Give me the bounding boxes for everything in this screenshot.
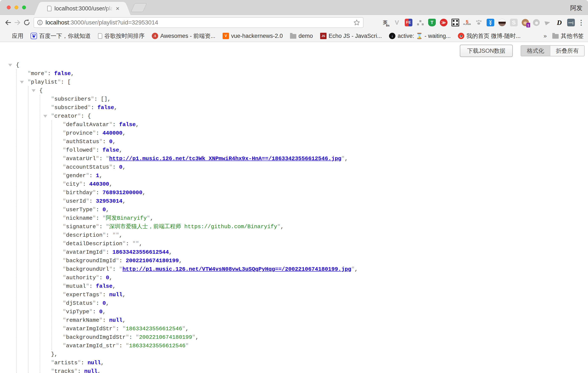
browser-tab[interactable]: localhost:3000/user/playlist?u ×: [42, 2, 123, 15]
bookmark-label: Echo JS - JavaScri...: [329, 33, 382, 39]
forward-button[interactable]: [13, 18, 22, 27]
paw-extension-icon[interactable]: [475, 19, 483, 26]
window-close-button[interactable]: [7, 6, 11, 9]
url-text: localhost:3000/user/playlist?uid=3295301…: [45, 19, 353, 26]
collapse-all-button[interactable]: 折叠所有: [550, 46, 584, 56]
json-token: subscribed: [54, 104, 88, 111]
bird-extension-icon[interactable]: [544, 19, 551, 26]
window-zoom-button[interactable]: [22, 6, 26, 9]
json-token: 0: [106, 275, 109, 281]
reload-button[interactable]: [22, 18, 32, 27]
blue-v-extension-icon[interactable]: ∨∨: [487, 19, 494, 26]
format-button[interactable]: 格式化: [521, 46, 550, 56]
collapse-toggle-icon[interactable]: [8, 64, 12, 66]
json-token: :: [89, 283, 96, 289]
json-token: {: [16, 62, 19, 68]
json-token: :: [129, 334, 136, 341]
bi-a-icon: A: [152, 33, 158, 39]
json-token: :: [119, 343, 126, 349]
json-token: ": [63, 275, 66, 281]
bookmark-item[interactable]: Vvue-hackernews-2.0: [222, 33, 283, 39]
json-token: authStatus: [66, 139, 99, 145]
bookmark-star-icon[interactable]: [353, 19, 360, 26]
json-token: null: [88, 360, 101, 366]
tampermonkey-icon[interactable]: T: [428, 19, 436, 26]
weibo-gray-extension-icon[interactable]: [533, 19, 540, 26]
html5-player-icon[interactable]: 5PLAYER: [463, 19, 471, 26]
json-token: :: [89, 198, 96, 204]
window-minimize-button[interactable]: [14, 6, 18, 9]
back-button[interactable]: [3, 18, 13, 27]
json-token: backgroundUrl: [66, 266, 109, 272]
json-token: ,: [71, 70, 74, 77]
json-token: false: [54, 70, 71, 77]
more-tools-extension-icon[interactable]: •••|: [567, 19, 575, 26]
json-token: ": [28, 70, 31, 77]
monkey-extension-icon[interactable]: 1: [522, 19, 529, 26]
page-info-icon[interactable]: [37, 20, 43, 25]
json-link[interactable]: http://p1.music.126.net/tc3Wk_XNPmwiR4hx…: [109, 155, 341, 162]
extension-badge: 1: [526, 23, 530, 27]
s-extension-icon[interactable]: S: [510, 19, 518, 26]
json-token: more: [31, 70, 44, 77]
json-token: ": [126, 343, 129, 349]
json-token: ": [63, 317, 66, 323]
bookmark-item[interactable]: 谷歌按时间排序: [98, 32, 145, 40]
json-token: ,: [101, 360, 104, 366]
json-token: ": [93, 147, 96, 153]
json-token: userType: [66, 206, 93, 213]
tab-close-icon[interactable]: ×: [116, 5, 119, 12]
translate-extension-icon[interactable]: 英en: [381, 19, 389, 26]
address-bar[interactable]: localhost:3000/user/playlist?uid=3295301…: [34, 17, 364, 28]
proxy-mask-extension-icon[interactable]: [498, 19, 506, 26]
json-row: "authStatus": 0,: [0, 137, 588, 146]
json-token: ": [91, 96, 94, 102]
bi-v-icon: V: [222, 33, 229, 39]
json-row: "backgroundUrl": "http://p1.music.126.ne…: [0, 265, 588, 274]
json-row: "remarkName": null,: [0, 316, 588, 325]
json-token: ,: [355, 266, 358, 272]
json-row: "playlist": [: [0, 78, 588, 86]
bookmark-item[interactable]: AAwesomes - 前端资...: [152, 32, 215, 40]
json-token: false: [103, 147, 119, 153]
bookmark-item[interactable]: 百度一下，你就知道: [31, 32, 91, 40]
json-token: :: [61, 79, 67, 85]
bookmark-item[interactable]: 我的首页 微博-随时...: [458, 32, 521, 40]
video-speed-icon[interactable]: ≫: [440, 19, 448, 26]
json-token: 阿发Binaryify: [106, 215, 147, 221]
collapse-toggle-icon[interactable]: [20, 81, 24, 84]
collapse-toggle-icon[interactable]: [43, 115, 47, 117]
json-token: backgroundImgIdStr: [66, 334, 126, 341]
json-token: ": [122, 326, 126, 332]
json-token: :: [96, 130, 103, 136]
vue-devtools-icon[interactable]: V: [393, 19, 401, 26]
bookmark-item[interactable]: demo: [290, 33, 313, 39]
download-json-button[interactable]: 下载JSON数据: [460, 45, 513, 57]
fe-extension-icon[interactable]: FE: [405, 19, 412, 26]
json-row: "userType": 0,: [0, 205, 588, 214]
bookmark-item[interactable]: ↓active: ⌛ - waiting...: [389, 32, 451, 39]
json-row: "description": "",: [0, 231, 588, 239]
json-token: :: [99, 155, 106, 162]
qr-code-extension-icon[interactable]: [452, 19, 459, 26]
collapse-toggle-icon[interactable]: [32, 89, 35, 92]
d-extension-icon[interactable]: D: [556, 19, 563, 26]
json-token: playlist: [31, 79, 58, 85]
browser-menu-icon[interactable]: ⋮: [578, 19, 584, 27]
sitemap-extension-icon[interactable]: [416, 19, 424, 26]
new-tab-button[interactable]: [131, 3, 147, 12]
json-token: ": [63, 198, 66, 204]
other-bookmarks-folder[interactable]: 其他书签: [552, 32, 584, 40]
bookmark-item[interactable]: JSEcho JS - JavaScri...: [320, 33, 382, 39]
bookmark-label: 谷歌按时间排序: [104, 32, 145, 40]
bookmark-item[interactable]: 应用: [3, 32, 23, 40]
json-token: ": [93, 130, 96, 136]
json-token: ": [103, 232, 106, 238]
json-token: ": [93, 206, 96, 213]
json-token: ,: [97, 368, 101, 373]
bookmarks-overflow-chevron[interactable]: »: [543, 32, 547, 39]
page-favicon-icon: [47, 6, 52, 11]
json-link[interactable]: http://p1.music.126.net/VTW4vsN08vwL3uSQ…: [122, 266, 351, 272]
bi-page-icon: [98, 33, 102, 39]
browser-profile-name[interactable]: 阿发: [570, 4, 582, 12]
